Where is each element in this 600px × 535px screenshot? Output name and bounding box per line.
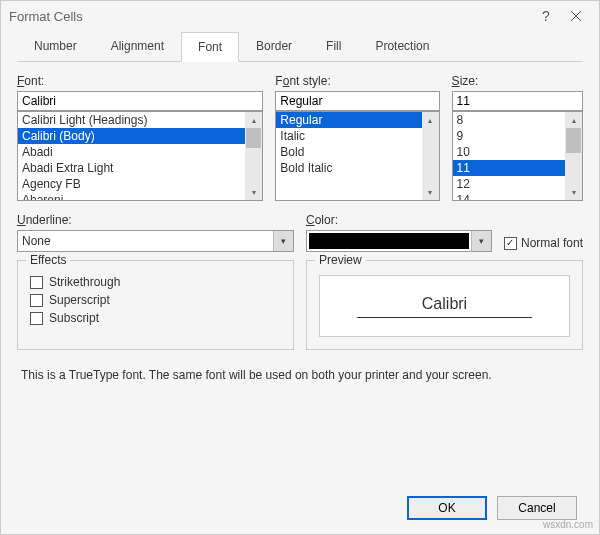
scroll-up-icon[interactable]: ▴ [422,112,439,128]
ok-button[interactable]: OK [407,496,487,520]
scroll-down-icon[interactable]: ▾ [422,184,439,200]
effects-legend: Effects [26,253,70,267]
tab-font[interactable]: Font [181,32,239,62]
scrollbar[interactable]: ▴ ▾ [422,112,439,200]
scroll-up-icon[interactable]: ▴ [565,112,582,128]
list-item[interactable]: Regular [276,112,421,128]
checkbox-icon [30,294,43,307]
help-button[interactable]: ? [531,5,561,27]
scroll-up-icon[interactable]: ▴ [245,112,262,128]
tab-fill[interactable]: Fill [309,31,358,61]
scroll-down-icon[interactable]: ▾ [565,184,582,200]
style-listbox[interactable]: Regular Italic Bold Bold Italic ▴ ▾ [275,111,439,201]
tab-strip: Number Alignment Font Border Fill Protec… [17,31,583,62]
size-label: Size: [452,74,583,88]
list-item[interactable]: 8 [453,112,565,128]
chevron-down-icon[interactable]: ▾ [273,231,293,251]
watermark: wsxdn.com [543,519,593,530]
underline-label: Underline: [17,213,294,227]
close-icon [571,11,581,21]
list-item[interactable]: Bold [276,144,421,160]
list-item[interactable]: Calibri Light (Headings) [18,112,245,128]
normal-font-label: Normal font [521,236,583,250]
scroll-thumb[interactable] [566,128,581,153]
font-input[interactable] [17,91,263,111]
list-item[interactable]: 10 [453,144,565,160]
underline-combo[interactable]: None ▾ [17,230,294,252]
effects-group: Effects Strikethrough Superscript Subscr… [17,260,294,350]
list-item[interactable]: 12 [453,176,565,192]
tab-number[interactable]: Number [17,31,94,61]
list-item[interactable]: 9 [453,128,565,144]
font-note: This is a TrueType font. The same font w… [21,368,579,382]
scrollbar[interactable]: ▴ ▾ [245,112,262,200]
list-item[interactable]: Agency FB [18,176,245,192]
superscript-checkbox[interactable]: Superscript [30,293,281,307]
checkbox-icon: ✓ [504,237,517,250]
style-input[interactable] [275,91,439,111]
dialog-buttons: OK Cancel [407,496,577,520]
preview-box: Calibri [319,275,570,337]
strikethrough-checkbox[interactable]: Strikethrough [30,275,281,289]
list-item[interactable]: Abadi [18,144,245,160]
chevron-down-icon[interactable]: ▾ [471,231,491,251]
tab-alignment[interactable]: Alignment [94,31,181,61]
tab-protection[interactable]: Protection [358,31,446,61]
titlebar: Format Cells ? [1,1,599,31]
color-combo[interactable]: ▾ [306,230,492,252]
close-button[interactable] [561,5,591,27]
checkbox-icon [30,312,43,325]
color-swatch [309,233,469,249]
list-item[interactable]: Abadi Extra Light [18,160,245,176]
font-label: Font: [17,74,263,88]
list-item[interactable]: 11 [453,160,565,176]
cancel-button[interactable]: Cancel [497,496,577,520]
list-item[interactable]: Italic [276,128,421,144]
list-item[interactable]: 14 [453,192,565,201]
tab-content: Font: Calibri Light (Headings) Calibri (… [1,62,599,408]
format-cells-dialog: Format Cells ? Number Alignment Font Bor… [0,0,600,535]
underline-value: None [18,234,273,248]
window-title: Format Cells [9,9,531,24]
preview-group: Preview Calibri [306,260,583,350]
tab-border[interactable]: Border [239,31,309,61]
style-label: Font style: [275,74,439,88]
list-item[interactable]: Aharoni [18,192,245,201]
scrollbar[interactable]: ▴ ▾ [565,112,582,200]
preview-legend: Preview [315,253,366,267]
size-input[interactable] [452,91,583,111]
preview-text: Calibri [357,295,531,318]
checkbox-icon [30,276,43,289]
scroll-down-icon[interactable]: ▾ [245,184,262,200]
scroll-thumb[interactable] [246,128,261,148]
color-label: Color: [306,213,492,227]
subscript-checkbox[interactable]: Subscript [30,311,281,325]
font-listbox[interactable]: Calibri Light (Headings) Calibri (Body) … [17,111,263,201]
size-listbox[interactable]: 8 9 10 11 12 14 ▴ ▾ [452,111,583,201]
list-item[interactable]: Calibri (Body) [18,128,245,144]
list-item[interactable]: Bold Italic [276,160,421,176]
normal-font-checkbox[interactable]: ✓ Normal font [504,236,583,250]
